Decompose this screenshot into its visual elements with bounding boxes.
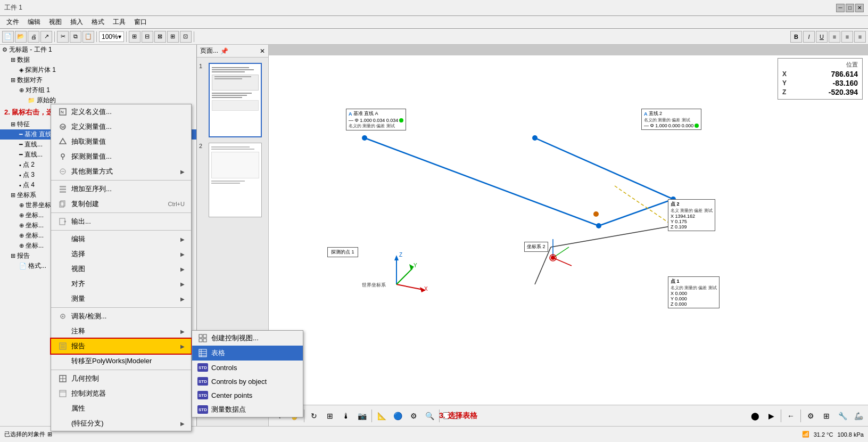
bt-rotate[interactable]: ↻ <box>307 408 321 423</box>
tree-item-aligngrp[interactable]: ⊕ 对齐组 1 <box>0 85 196 95</box>
align-center-text-btn[interactable]: ≡ <box>841 31 853 43</box>
bt-arm[interactable]: 🦾 <box>851 408 866 423</box>
tree-item-data[interactable]: ⊞ 数据 <box>0 55 196 65</box>
minimize-button[interactable]: ─ <box>836 4 845 12</box>
status-left: 已选择的对象件 ⊞ <box>4 430 802 438</box>
pos-x-label: X <box>782 70 787 78</box>
ctx-output[interactable]: 输出... <box>51 214 191 229</box>
bt-zoom-box[interactable]: ⊞ <box>323 408 337 423</box>
page-thumb-1[interactable]: 1 <box>209 63 263 137</box>
menu-format[interactable]: 格式 <box>87 17 109 28</box>
ctx-add-sequence[interactable]: 增加至序列... <box>51 182 191 197</box>
menu-file[interactable]: 文件 <box>2 17 23 28</box>
menu-view[interactable]: 视图 <box>45 17 66 28</box>
bt-camera[interactable]: 📷 <box>354 408 369 423</box>
create-control-icon <box>197 334 208 342</box>
align-center-btn[interactable]: ⊟ <box>142 31 153 43</box>
ctx-align-sub[interactable]: 对齐 ▶ <box>51 276 191 291</box>
bt-stop[interactable]: ⬤ <box>748 408 763 423</box>
ctx-extract-measured[interactable]: 抽取测量值 <box>51 134 191 149</box>
ctx-geo-control[interactable]: 几何控制 <box>51 371 191 386</box>
page-panel-close[interactable]: ✕ <box>260 47 265 55</box>
menu-tools[interactable]: 工具 <box>109 17 130 28</box>
report-table[interactable]: 表格 <box>192 346 303 361</box>
bt-align2[interactable]: ⊞ <box>819 408 834 423</box>
bt-sep2 <box>371 410 372 422</box>
page-1-content <box>209 63 262 137</box>
ctx-copy-create[interactable]: 复制创建 Ctrl+U <box>51 197 191 211</box>
maximize-button[interactable]: □ <box>846 4 854 12</box>
ctx-define-nominal[interactable]: N 定义名义值... <box>51 104 191 119</box>
italic-btn[interactable]: I <box>803 31 815 43</box>
tree-item-root[interactable]: ⚙ 无标题 - 工件 1 <box>0 45 196 55</box>
ctx-edit[interactable]: 编辑 ▶ <box>51 232 191 247</box>
coord1-icon: ⊕ <box>19 212 24 219</box>
align-right-text-btn[interactable]: ≡ <box>854 31 866 43</box>
paste-btn[interactable]: 📋 <box>82 31 94 43</box>
feature-coord2: 坐标系 2 <box>524 242 548 252</box>
report-center-points[interactable]: STD Center points <box>192 388 303 402</box>
bt-back[interactable]: ← <box>783 408 798 423</box>
menu-window[interactable]: 窗口 <box>130 17 151 28</box>
align-top-btn[interactable]: ⊞ <box>167 31 179 43</box>
export-btn[interactable]: ↗ <box>40 31 52 43</box>
report-measured-data[interactable]: STD 测量数据点 <box>192 402 303 417</box>
ctx-props-label: 属性 <box>71 404 185 413</box>
tree-item-probe[interactable]: ◈ 探测片体 1 <box>0 65 196 75</box>
bt-probe2[interactable]: 🔧 <box>835 408 850 423</box>
bt-temp[interactable]: 🌡 <box>338 408 353 423</box>
ctx-other-measured[interactable]: 其他测量方式 ▶ <box>51 164 191 179</box>
ctx-measure[interactable]: 测量 ▶ <box>51 291 191 306</box>
props-icon <box>57 403 68 414</box>
ctx-tune[interactable]: 调装/检测... <box>51 309 191 324</box>
ctx-annotate[interactable]: 注释 ▶ <box>51 324 191 339</box>
ctx-control-browser[interactable]: 控制浏览器 <box>51 386 191 401</box>
page-panel-pin[interactable]: 📌 <box>220 47 228 55</box>
bt-play[interactable]: ▶ <box>764 408 779 423</box>
report-controls[interactable]: STD Controls <box>192 361 303 374</box>
annotate-icon <box>57 326 68 337</box>
align-left-text-btn[interactable]: ≡ <box>829 31 840 43</box>
report-create-control[interactable]: 创建控制视图... <box>192 331 303 346</box>
close-button[interactable]: ✕ <box>855 4 864 12</box>
print-btn[interactable]: 🖨 <box>28 31 39 43</box>
page-thumb-2[interactable]: 2 <box>209 143 263 217</box>
feature-point2: 点 2 名义 测量的 偏差 测试 X 1394.162 Y 0.175 Z 0.… <box>668 199 715 231</box>
menu-insert[interactable]: 插入 <box>66 17 87 28</box>
pt1-y: Y 0.000 <box>671 296 717 301</box>
bt-measure2[interactable]: 🔵 <box>390 408 405 423</box>
ctx-select[interactable]: 选择 ▶ <box>51 247 191 261</box>
open-btn[interactable]: 📂 <box>15 31 27 43</box>
ctx-view[interactable]: 视图 ▶ <box>51 261 191 276</box>
copy-btn[interactable]: ⧉ <box>70 31 81 43</box>
bt-measure1[interactable]: 📐 <box>374 408 389 423</box>
distribute-btn[interactable]: ⊡ <box>180 31 192 43</box>
ctx-report[interactable]: 报告 ▶ <box>51 339 191 354</box>
underline-btn[interactable]: U <box>816 31 828 43</box>
tree-item-align[interactable]: ⊞ 数据对齐 <box>0 75 196 85</box>
ctx-spec-branch[interactable]: (特征分支) ▶ <box>51 416 191 431</box>
bt-settings[interactable]: ⚙ <box>406 408 421 423</box>
bt-scan[interactable]: 🔍 <box>422 408 437 423</box>
new-btn[interactable]: 📄 <box>2 31 14 43</box>
align-right-btn[interactable]: ⊠ <box>154 31 166 43</box>
ctx-properties[interactable]: 属性 <box>51 401 191 416</box>
menu-edit[interactable]: 编辑 <box>23 17 45 28</box>
ctx-define-measured[interactable]: M 定义测量值... <box>51 119 191 134</box>
aligngrp-icon: ⊕ <box>19 87 24 94</box>
cut-btn[interactable]: ✂ <box>57 31 69 43</box>
pt1-z: Z 0.000 <box>671 301 717 307</box>
features-icon: ⊞ <box>11 121 15 128</box>
zoom-control[interactable]: 100% ▾ <box>99 31 124 42</box>
line2-status <box>695 124 699 128</box>
zoom-dropdown-icon[interactable]: ▾ <box>118 33 121 40</box>
pos-x-row: X 786.614 <box>782 70 858 78</box>
ctx-transfer[interactable]: 转移至PolyWorks|Modeler <box>51 354 191 369</box>
bold-btn[interactable]: B <box>790 31 802 43</box>
report-controls-by-object[interactable]: STD Controls by object <box>192 374 303 388</box>
ctx-other-label: 其他测量方式 <box>71 167 180 176</box>
bt-settings2[interactable]: ⚙ <box>803 408 818 423</box>
ctx-probe-measured[interactable]: 探测测量值... <box>51 149 191 164</box>
align-left-btn[interactable]: ⊞ <box>129 31 140 43</box>
ctx-sep3 <box>51 230 191 231</box>
